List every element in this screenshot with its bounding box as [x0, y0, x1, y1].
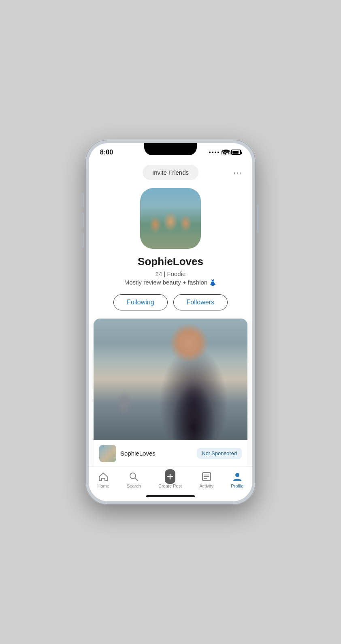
profile-bio-line1: 24 | Foodie [156, 270, 186, 277]
svg-line-2 [135, 478, 138, 481]
profile-bio-line2: Mostly review beauty + fashion 👗 [124, 279, 217, 286]
home-bar [146, 495, 195, 497]
profile-username: SophieLoves [138, 255, 203, 268]
activity-icon [201, 471, 212, 482]
post-image [94, 319, 247, 440]
nav-create[interactable]: Create Post [153, 470, 187, 490]
follow-buttons: Following Followers [113, 294, 228, 310]
wifi-icon [222, 150, 229, 155]
more-options-button[interactable]: ··· [233, 168, 243, 177]
phone-screen: 8:00 [89, 143, 252, 501]
status-time: 8:00 [100, 149, 113, 156]
create-icon [165, 471, 175, 482]
profile-section: Invite Friends ··· SophieLoves 24 | Food… [89, 158, 252, 319]
post-username: SophieLoves [120, 450, 197, 457]
search-icon [128, 471, 139, 482]
avatar [140, 188, 201, 249]
battery-icon [231, 150, 241, 155]
profile-header: Invite Friends ··· [98, 165, 243, 180]
phone-frame: 8:00 [85, 140, 256, 505]
nav-profile[interactable]: Profile [226, 470, 248, 490]
post-info-row: SophieLoves Not Sponsored [94, 440, 247, 466]
home-icon [98, 471, 109, 482]
home-indicator [89, 492, 252, 501]
svg-point-0 [225, 154, 226, 155]
nav-activity[interactable]: Activity [194, 470, 218, 490]
scroll-content[interactable]: Invite Friends ··· SophieLoves 24 | Food… [89, 158, 252, 466]
sponsored-badge: Not Sponsored [197, 448, 242, 459]
profile-icon [232, 471, 243, 482]
search-label: Search [127, 484, 141, 488]
create-label: Create Post [158, 484, 182, 488]
home-label: Home [98, 484, 109, 488]
following-button[interactable]: Following [113, 294, 168, 310]
followers-button[interactable]: Followers [173, 294, 228, 310]
phone-wrapper: 8:00 [0, 0, 341, 644]
avatar-photo [140, 188, 201, 249]
activity-label: Activity [199, 484, 213, 488]
profile-label: Profile [231, 484, 243, 488]
nav-home[interactable]: Home [93, 470, 114, 490]
invite-friends-button[interactable]: Invite Friends [143, 165, 198, 180]
nav-search[interactable]: Search [122, 470, 146, 490]
bottom-nav: Home Search [89, 466, 252, 492]
status-icons [209, 150, 241, 155]
notch [144, 143, 197, 155]
svg-point-9 [235, 473, 239, 477]
post-user-avatar [99, 445, 116, 462]
signal-icon [209, 152, 219, 153]
post-photo [94, 319, 247, 440]
post-container: SophieLoves Not Sponsored My favorite pa… [94, 319, 247, 466]
